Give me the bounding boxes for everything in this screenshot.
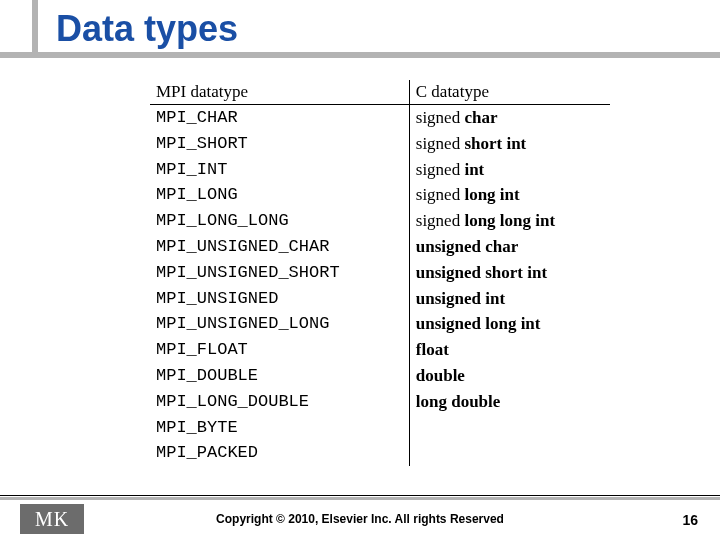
table-row: MPI_UNSIGNED_LONGunsigned long int [150,311,610,337]
c-datatype-cell: unsigned char [409,234,610,260]
table-row: MPI_DOUBLEdouble [150,363,610,389]
c-datatype-cell: signed short int [409,131,610,157]
table-row: MPI_INTsigned int [150,157,610,183]
mpi-datatype-cell: MPI_UNSIGNED_CHAR [150,234,409,260]
datatype-table: MPI datatype C datatype MPI_CHARsigned c… [150,80,610,466]
mpi-datatype-cell: MPI_FLOAT [150,337,409,363]
mpi-datatype-cell: MPI_BYTE [150,415,409,441]
table-row: MPI_LONG_DOUBLElong double [150,389,610,415]
c-datatype-cell: signed int [409,157,610,183]
c-datatype-cell: signed long long int [409,208,610,234]
mpi-datatype-cell: MPI_INT [150,157,409,183]
mpi-datatype-cell: MPI_UNSIGNED_LONG [150,311,409,337]
mpi-datatype-cell: MPI_PACKED [150,440,409,466]
title-band: Data types [0,0,720,70]
decorative-rule-top [0,52,720,58]
table-row: MPI_UNSIGNED_CHARunsigned char [150,234,610,260]
mpi-datatype-cell: MPI_LONG_LONG [150,208,409,234]
table-row: MPI_SHORTsigned short int [150,131,610,157]
c-datatype-cell: unsigned int [409,286,610,312]
table-row: MPI_PACKED [150,440,610,466]
page-number: 16 [682,512,698,528]
c-datatype-cell [409,415,610,441]
decorative-rule-left [32,0,38,58]
table-header-row: MPI datatype C datatype [150,80,610,105]
c-datatype-cell: long double [409,389,610,415]
footer-rule [0,495,720,496]
mpi-datatype-cell: MPI_UNSIGNED [150,286,409,312]
table-row: MPI_BYTE [150,415,610,441]
c-datatype-cell: signed char [409,105,610,131]
copyright-text: Copyright © 2010, Elsevier Inc. All righ… [0,512,720,526]
mpi-datatype-cell: MPI_CHAR [150,105,409,131]
slide: Data types MPI datatype C datatype MPI_C… [0,0,720,540]
page-title: Data types [56,8,252,50]
table-row: MPI_UNSIGNED_SHORTunsigned short int [150,260,610,286]
mpi-datatype-cell: MPI_SHORT [150,131,409,157]
table-header-mpi: MPI datatype [150,80,409,105]
table-row: MPI_CHARsigned char [150,105,610,131]
table-header-c: C datatype [409,80,610,105]
c-datatype-cell: unsigned short int [409,260,610,286]
table-row: MPI_FLOATfloat [150,337,610,363]
mpi-datatype-cell: MPI_LONG_DOUBLE [150,389,409,415]
c-datatype-cell: signed long int [409,182,610,208]
c-datatype-cell [409,440,610,466]
footer-rule-gray [0,497,720,500]
c-datatype-cell: unsigned long int [409,311,610,337]
table-row: MPI_LONGsigned long int [150,182,610,208]
datatype-table-wrap: MPI datatype C datatype MPI_CHARsigned c… [150,80,610,466]
mpi-datatype-cell: MPI_DOUBLE [150,363,409,389]
table-row: MPI_UNSIGNEDunsigned int [150,286,610,312]
mpi-datatype-cell: MPI_UNSIGNED_SHORT [150,260,409,286]
c-datatype-cell: double [409,363,610,389]
table-row: MPI_LONG_LONGsigned long long int [150,208,610,234]
c-datatype-cell: float [409,337,610,363]
mpi-datatype-cell: MPI_LONG [150,182,409,208]
